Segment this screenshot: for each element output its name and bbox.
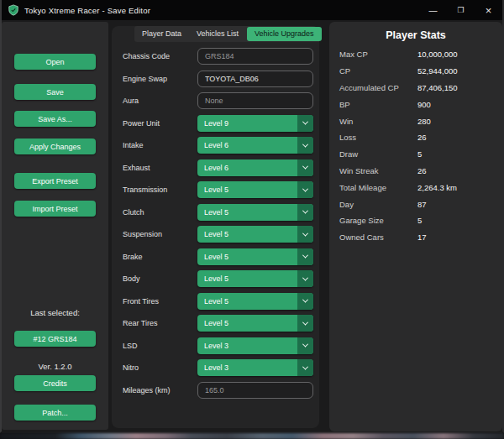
brake-select[interactable]: Level 5	[197, 248, 313, 265]
form-row: Rear TiresLevel 5	[112, 312, 319, 335]
field-label: Transmission	[123, 186, 197, 194]
stat-label: Day	[339, 200, 417, 209]
stat-label: Garage Size	[339, 216, 417, 225]
field-label: Rear Tires	[123, 319, 197, 327]
chevron-down-icon	[297, 315, 313, 332]
form-row: Front TiresLevel 5	[112, 290, 319, 313]
lsd-select[interactable]: Level 3	[197, 337, 313, 354]
stat-value: 5	[417, 149, 422, 159]
transmission-select[interactable]: Level 5	[197, 181, 313, 198]
power-unit-select[interactable]: Level 9	[197, 115, 313, 132]
player-stats-rows: Max CP10,000,000CP52,944,000Accumulated …	[329, 46, 502, 246]
sidebar-button-open[interactable]: Open	[14, 54, 96, 70]
stat-label: Total Mileage	[339, 183, 417, 192]
form-row: LSDLevel 3	[112, 335, 319, 358]
suspension-select[interactable]: Level 5	[197, 226, 313, 243]
field-label: Aura	[123, 97, 197, 105]
field-label: Body	[123, 274, 197, 283]
app-shield-icon	[8, 4, 19, 16]
form-row: BodyLevel 5	[112, 268, 319, 290]
intake-select[interactable]: Level 6	[197, 137, 313, 154]
stat-value: 900	[417, 100, 431, 109]
rear-tires-select[interactable]: Level 5	[197, 315, 313, 332]
field-label: Engine Swap	[123, 75, 197, 83]
select-value: Level 5	[197, 315, 297, 332]
tab-bar: Player DataVehicles ListVehicle Upgrades	[134, 26, 319, 42]
select-value: Level 3	[197, 359, 297, 376]
clutch-select[interactable]: Level 5	[197, 204, 313, 221]
patch-button[interactable]: Patch...	[14, 405, 96, 421]
stat-label: Loss	[339, 133, 417, 142]
chevron-down-icon	[297, 293, 313, 310]
front-tires-select[interactable]: Level 5	[197, 293, 313, 310]
stat-value: 2,264.3 km	[417, 183, 457, 192]
player-stats-title: Player Stats	[329, 29, 502, 41]
field-label: Suspension	[123, 230, 197, 238]
nitro-select[interactable]: Level 3	[197, 359, 313, 376]
sidebar-button-save-as[interactable]: Save As...	[14, 111, 96, 127]
field-label: Power Unit	[123, 119, 197, 128]
chassis-code-input[interactable]	[197, 48, 313, 65]
exhaust-select[interactable]: Level 6	[197, 159, 313, 176]
stat-label: Accumulated CP	[339, 83, 417, 92]
aura-input[interactable]	[197, 92, 313, 109]
stat-row: Max CP10,000,000	[329, 46, 502, 63]
stat-row: Draw5	[329, 146, 502, 163]
tab-vehicles-list[interactable]: Vehicles List	[189, 26, 246, 42]
vehicle-upgrades-panel: Player DataVehicles ListVehicle Upgrades…	[112, 26, 319, 428]
stat-label: Win Streak	[339, 166, 417, 175]
window-controls: — ❐ ×	[419, 0, 502, 20]
stat-row: Total Mileage2,264.3 km	[329, 179, 502, 196]
chevron-down-icon	[297, 115, 313, 132]
stat-row: Loss26	[329, 129, 502, 146]
minimize-icon[interactable]: —	[419, 0, 447, 20]
engine-swap-input[interactable]	[197, 71, 313, 87]
stat-label: CP	[339, 66, 417, 76]
stat-row: BP900	[329, 96, 502, 112]
select-value: Level 6	[197, 137, 297, 154]
player-stats-panel: Player Stats Max CP10,000,000CP52,944,00…	[329, 22, 502, 431]
select-value: Level 5	[197, 181, 297, 198]
stat-label: Win	[339, 117, 417, 126]
stat-value: 52,944,000	[417, 66, 458, 76]
desktop-background-sliver	[0, 433, 504, 439]
sidebar-button-save[interactable]: Save	[14, 84, 96, 100]
credits-button[interactable]: Credits	[14, 375, 96, 391]
tab-player-data[interactable]: Player Data	[134, 26, 189, 42]
stat-value: 26	[417, 133, 427, 142]
sidebar-button-apply-changes[interactable]: Apply Changes	[14, 138, 96, 154]
field-label: Chassis Code	[123, 52, 197, 60]
stat-value: 87,406,150	[417, 83, 458, 92]
stat-label: Draw	[339, 149, 417, 159]
stat-value: 26	[417, 166, 427, 175]
select-value: Level 6	[197, 159, 297, 176]
mileages-km-input[interactable]	[197, 382, 313, 399]
stat-row: Day87	[329, 196, 502, 212]
stat-value: 280	[417, 117, 431, 126]
select-value: Level 9	[197, 115, 297, 132]
sidebar-button-export-preset[interactable]: Export Preset	[14, 173, 96, 189]
last-selected-vehicle-button[interactable]: #12 GRS184	[14, 331, 96, 347]
stat-value: 5	[417, 216, 422, 225]
chevron-down-icon	[297, 248, 313, 265]
tab-vehicle-upgrades[interactable]: Vehicle Upgrades	[247, 27, 322, 41]
maximize-icon[interactable]: ❐	[447, 0, 475, 20]
chevron-down-icon	[297, 204, 313, 221]
stat-row: Garage Size5	[329, 212, 502, 229]
chevron-down-icon	[297, 359, 313, 376]
stat-value: 10,000,000	[417, 50, 458, 59]
body-select[interactable]: Level 5	[197, 270, 313, 287]
field-label: Intake	[123, 141, 197, 149]
select-value: Level 5	[197, 204, 297, 221]
chevron-down-icon	[297, 137, 313, 154]
stat-value: 87	[417, 200, 427, 209]
title-bar: Tokyo Xtreme Racer - Save Editor — ❐ ×	[2, 0, 502, 20]
form-row: ExhaustLevel 6	[112, 157, 319, 180]
field-label: Exhaust	[123, 164, 197, 172]
field-label: LSD	[123, 342, 197, 350]
close-icon[interactable]: ×	[475, 0, 502, 20]
sidebar-button-import-preset[interactable]: Import Preset	[14, 201, 96, 217]
form-row: ClutchLevel 5	[112, 201, 319, 224]
form-row: Chassis Code	[112, 45, 319, 68]
chevron-down-icon	[297, 181, 313, 198]
